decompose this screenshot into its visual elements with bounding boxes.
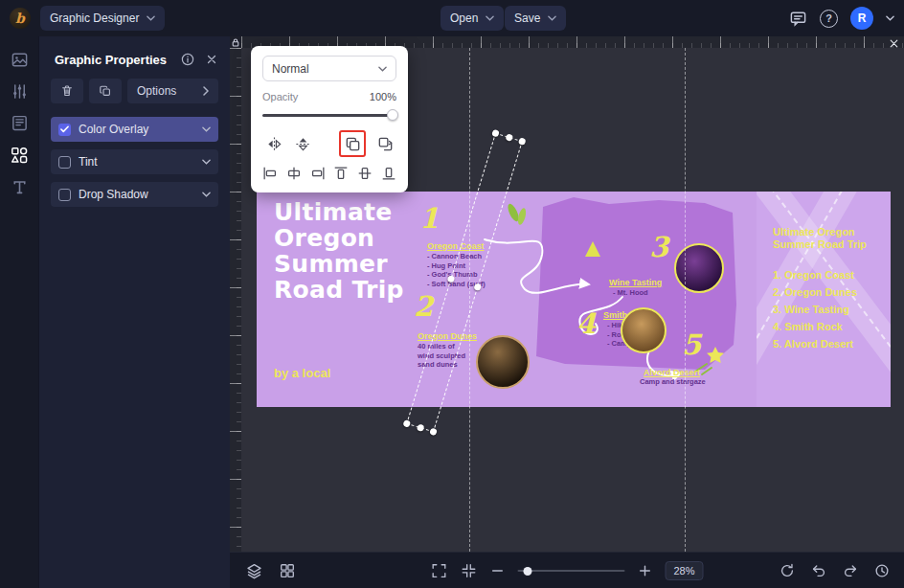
open-button[interactable]: Open	[441, 6, 504, 31]
opacity-slider-thumb[interactable]	[387, 109, 398, 121]
highlighted-tool-outline	[339, 130, 366, 157]
zoom-out-icon[interactable]	[489, 563, 505, 578]
canvas-close-icon[interactable]	[887, 36, 901, 51]
chevron-down-icon[interactable]	[202, 159, 211, 165]
checkbox-icon[interactable]	[58, 156, 71, 169]
align-bottom-icon[interactable]	[377, 162, 400, 185]
opacity-row: Opacity 100%	[262, 91, 396, 102]
legend-item: 5. Alvord Desert	[773, 335, 857, 352]
design-poster[interactable]: Ultimate Oregon Summer Road Trip by a lo…	[257, 192, 891, 407]
panel-title: Graphic Properties	[55, 53, 170, 67]
zoom-percentage[interactable]: 28%	[665, 561, 703, 580]
text-tab-icon[interactable]	[11, 178, 29, 196]
align-center-horizontal-icon[interactable]	[282, 162, 305, 185]
chevron-down-icon	[548, 15, 556, 21]
stop-name: Alvord Desert	[644, 368, 700, 377]
poster-byline: by a local	[274, 366, 330, 380]
row-color-overlay[interactable]: Color Overlay	[51, 117, 218, 142]
selection-handle-ne[interactable]	[518, 137, 527, 146]
canvas-area[interactable]: Ultimate Oregon Summer Road Trip by a lo…	[230, 36, 904, 552]
delete-button[interactable]	[51, 79, 83, 103]
poster-legend-strip: Ultimate Oregon Summer Road Trip 1. Oreg…	[757, 192, 891, 407]
stop-details: - Mt. Hood	[613, 288, 648, 298]
legend-item: 1. Oregon Coast	[773, 266, 857, 283]
opacity-slider[interactable]	[262, 108, 396, 122]
save-button[interactable]: Save	[505, 6, 566, 31]
feedback-icon[interactable]	[789, 10, 807, 28]
selection-handle-se[interactable]	[429, 427, 438, 436]
flip-vertical-icon[interactable]	[291, 132, 314, 155]
zoom-slider-thumb[interactable]	[523, 567, 531, 576]
row-drop-shadow[interactable]: Drop Shadow	[51, 182, 218, 207]
align-middle-vertical-icon[interactable]	[353, 162, 376, 185]
opacity-label: Opacity	[262, 91, 298, 102]
account-chevron-down-icon[interactable]	[886, 15, 894, 21]
chevron-down-icon	[378, 66, 387, 72]
panel-toolbar: Options	[39, 79, 230, 103]
grid-view-icon[interactable]	[279, 562, 296, 579]
top-right-cluster: ? R	[789, 0, 894, 36]
opacity-value: 100%	[370, 91, 396, 102]
selection-handle-sw[interactable]	[402, 419, 411, 428]
vertical-guide[interactable]	[685, 48, 686, 552]
stop-name: Wine Tasting	[609, 278, 662, 287]
zoom-in-icon[interactable]	[637, 563, 652, 578]
checkbox-icon[interactable]	[58, 189, 71, 201]
fullscreen-icon[interactable]	[430, 562, 447, 579]
panel-header: Graphic Properties	[39, 36, 230, 79]
templates-tab-icon[interactable]	[11, 114, 29, 132]
chevron-down-icon	[147, 15, 155, 21]
poster-title: Ultimate Oregon Summer Road Trip	[274, 199, 404, 303]
align-right-icon[interactable]	[306, 162, 329, 185]
duplicate-layer-button[interactable]	[89, 79, 122, 103]
lock-icon[interactable]	[230, 36, 241, 48]
app-logo-icon[interactable]: b	[10, 8, 31, 29]
legend-list: 1. Oregon Coast 2. Oregon Dunes 3. Wine …	[773, 266, 857, 352]
zoom-controls: 28%	[430, 553, 703, 588]
opacity-slider-track[interactable]	[262, 114, 396, 117]
property-rows: Color Overlay Tint Drop Shadow	[39, 117, 230, 207]
info-icon[interactable]	[180, 52, 195, 67]
selection-handle-n[interactable]	[505, 133, 513, 142]
options-button[interactable]: Options	[127, 79, 218, 103]
history-controls	[779, 553, 891, 588]
selection-handle-nw[interactable]	[491, 129, 500, 138]
dunes-photo	[476, 335, 530, 389]
chevron-down-icon[interactable]	[202, 126, 211, 132]
selection-handle-s[interactable]	[416, 423, 424, 432]
layers-icon[interactable]	[245, 562, 263, 580]
adjust-tab-icon[interactable]	[11, 82, 29, 101]
stop-number: 3	[649, 234, 668, 261]
flip-horizontal-icon[interactable]	[262, 132, 285, 155]
chevron-right-icon	[203, 86, 209, 96]
help-button[interactable]: ?	[820, 10, 838, 28]
top-bar: b Graphic Designer Open Save ? R	[0, 0, 904, 36]
align-left-icon[interactable]	[259, 162, 282, 185]
row-label: Drop Shadow	[79, 188, 148, 201]
blend-mode-select[interactable]: Normal	[262, 56, 396, 81]
designer-menu-label: Graphic Designer	[50, 11, 139, 25]
graphics-tab-icon[interactable]	[10, 146, 29, 165]
reset-icon[interactable]	[779, 562, 796, 579]
checkbox-checked-icon[interactable]	[58, 124, 71, 136]
user-avatar[interactable]: R	[850, 7, 873, 30]
zoom-slider[interactable]	[517, 564, 624, 577]
close-panel-icon[interactable]	[205, 53, 218, 66]
zoom-slider-track[interactable]	[517, 570, 624, 572]
duplicate-icon[interactable]	[341, 132, 364, 155]
redo-icon[interactable]	[842, 562, 859, 579]
legend-item: 3. Wine Tasting	[773, 301, 857, 318]
legend-item: 2. Oregon Dunes	[773, 283, 857, 301]
fit-to-screen-icon[interactable]	[460, 562, 477, 579]
designer-menu-button[interactable]: Graphic Designer	[40, 6, 165, 31]
chevron-down-icon[interactable]	[202, 192, 211, 197]
legend-item: 4. Smith Rock	[773, 318, 857, 335]
history-icon[interactable]	[873, 562, 891, 579]
row-tint[interactable]: Tint	[51, 149, 218, 174]
undo-icon[interactable]	[810, 562, 827, 579]
vertical-ruler[interactable]	[230, 48, 241, 552]
row-label: Tint	[79, 155, 98, 169]
align-top-icon[interactable]	[329, 162, 352, 185]
copy-style-icon[interactable]	[373, 132, 396, 155]
photos-tab-icon[interactable]	[11, 51, 29, 69]
